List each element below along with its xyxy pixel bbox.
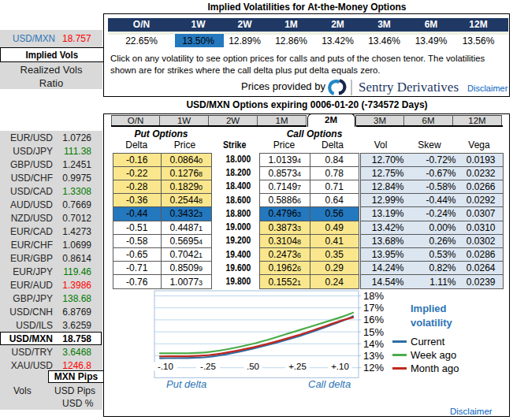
svg-text:-.10: -.10 [158,362,173,371]
svg-text:.50: .50 [247,362,259,371]
svg-text:+.25: +.25 [288,362,307,371]
svg-text:-.25: -.25 [200,362,216,371]
svg-text:+.10: +.10 [331,362,349,371]
